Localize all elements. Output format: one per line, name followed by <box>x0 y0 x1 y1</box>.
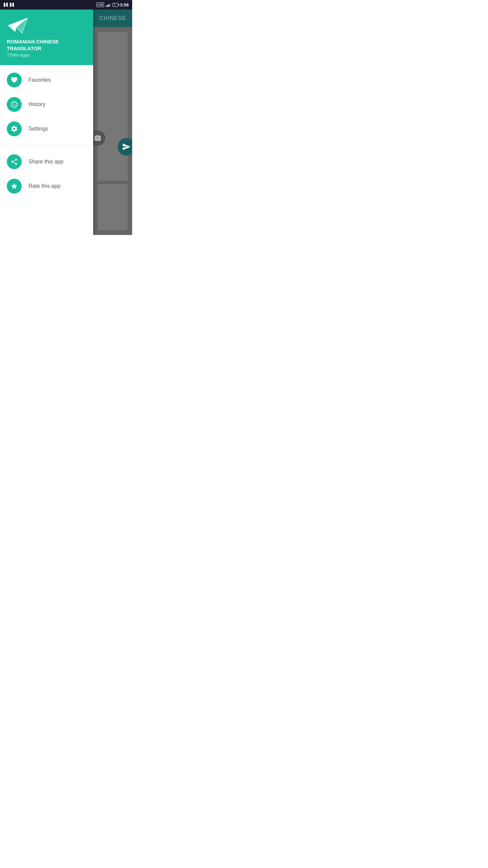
app-title: ROMANIAN CHINESE TRANSLATOR <box>7 38 86 52</box>
top-bar: CHINESE <box>93 9 132 27</box>
share-icon <box>11 158 18 165</box>
clock-icon <box>11 101 18 108</box>
primary-menu-section: Favorites History Settings <box>0 65 93 144</box>
settings-icon-circle <box>7 121 22 136</box>
translate-button[interactable] <box>118 138 132 156</box>
app-content: CHINESE <box>93 9 132 235</box>
share-label: Share this app <box>28 159 63 165</box>
star-icon <box>11 182 18 190</box>
n-icon-2 <box>9 2 14 7</box>
menu-item-history[interactable]: History <box>0 92 93 117</box>
history-icon-circle <box>7 97 22 112</box>
drawer-header: ROMANIAN CHINESE TRANSLATOR TTMA Apps <box>0 9 93 65</box>
menu-item-settings[interactable]: Settings <box>0 117 93 141</box>
rate-label: Rate this app <box>28 183 60 189</box>
menu-item-share[interactable]: Share this app <box>0 150 93 174</box>
history-label: History <box>28 101 45 107</box>
menu-item-rate[interactable]: Rate this app <box>0 174 93 198</box>
secondary-menu-section: Share this app Rate this app <box>0 147 93 201</box>
n-icon-1 <box>3 2 8 7</box>
favorites-label: Favorites <box>28 77 51 83</box>
status-bar: LTE 3:56 <box>0 0 132 9</box>
favorites-icon-circle <box>7 73 22 87</box>
app-subtitle: TTMA Apps <box>7 53 86 58</box>
app-logo <box>7 16 29 35</box>
clock-display: 3:56 <box>120 2 129 7</box>
status-right: LTE 3:56 <box>97 2 129 7</box>
drawer-header-text: ROMANIAN CHINESE TRANSLATOR TTMA Apps <box>7 38 86 58</box>
language-label: CHINESE <box>99 15 126 21</box>
status-left <box>3 2 14 7</box>
rate-icon-circle <box>7 179 22 194</box>
input-area[interactable] <box>97 31 128 181</box>
share-icon-circle <box>7 154 22 169</box>
settings-label: Settings <box>28 126 48 132</box>
navigation-drawer: ROMANIAN CHINESE TRANSLATOR TTMA Apps Fa… <box>0 9 93 235</box>
gear-icon <box>11 125 18 133</box>
output-area <box>97 183 128 231</box>
battery-icon <box>112 3 118 7</box>
menu-divider <box>0 145 93 145</box>
menu-item-favorites[interactable]: Favorites <box>0 68 93 92</box>
send-icon <box>122 142 131 151</box>
main-container: ROMANIAN CHINESE TRANSLATOR TTMA Apps Fa… <box>0 9 132 235</box>
heart-icon <box>11 76 18 84</box>
signal-icon <box>106 3 110 7</box>
camera-icon <box>94 134 101 142</box>
lte-badge: LTE <box>97 2 104 7</box>
